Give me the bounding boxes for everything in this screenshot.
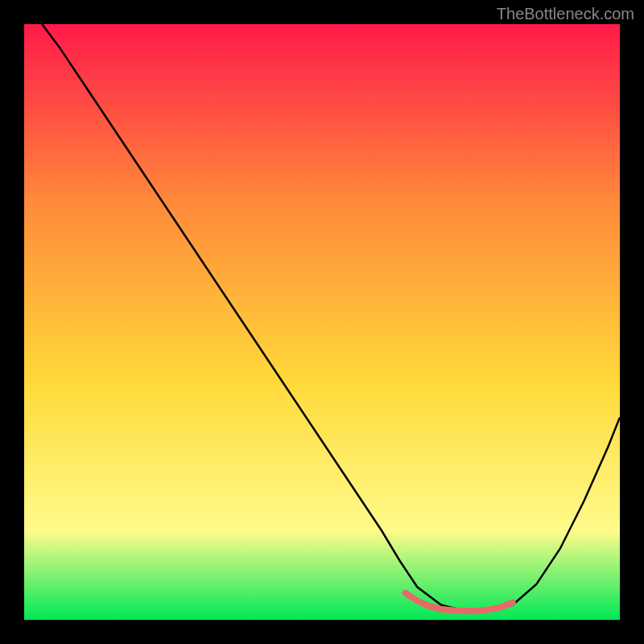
gradient-background — [24, 24, 620, 620]
watermark-text: TheBottleneck.com — [497, 5, 634, 23]
chart-container — [24, 24, 620, 620]
chart-svg — [24, 24, 620, 620]
